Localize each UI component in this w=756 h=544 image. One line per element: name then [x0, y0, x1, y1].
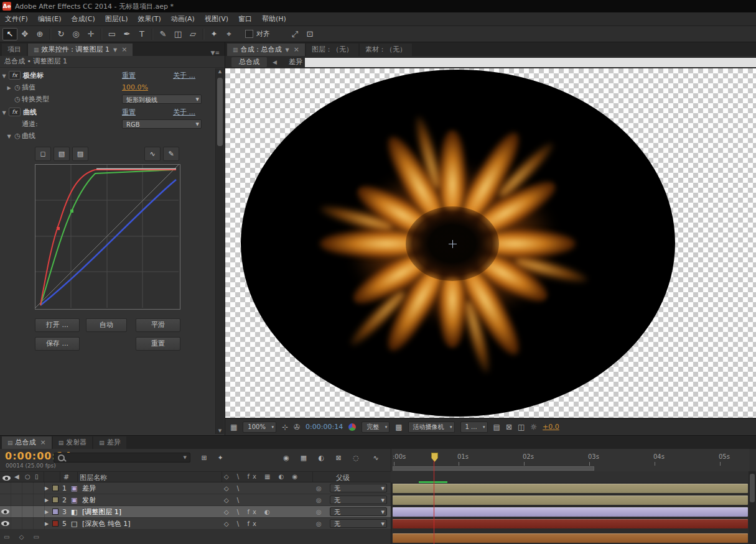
- magnification-dropdown[interactable]: 100%: [243, 422, 276, 433]
- current-time-indicator-line[interactable]: [434, 461, 434, 544]
- scroll-down-icon[interactable]: ▼: [216, 428, 224, 433]
- eye-icon[interactable]: [1, 509, 9, 514]
- lock-toggle[interactable]: [34, 518, 45, 529]
- scrollbar-thumb[interactable]: [217, 78, 223, 146]
- layer-name[interactable]: 差异: [82, 482, 96, 494]
- stopwatch-icon[interactable]: ◷: [13, 130, 22, 142]
- snapshot-icon[interactable]: ✇: [294, 423, 300, 431]
- menu-item-animation[interactable]: 动画(A): [166, 14, 200, 24]
- video-toggle[interactable]: [0, 494, 11, 505]
- transparency-grid-icon[interactable]: ▩: [395, 423, 402, 431]
- auto-button[interactable]: 自动: [86, 318, 127, 332]
- hide-shy-icon[interactable]: ◉: [280, 453, 292, 463]
- twirl-right-icon[interactable]: ▶: [45, 518, 49, 530]
- menu-item-help[interactable]: 帮助(H): [257, 14, 291, 24]
- time-ruler[interactable]: :00s 01s 02s 03s 04s 05s: [391, 449, 749, 471]
- eraser-tool-icon[interactable]: ▱: [185, 28, 200, 40]
- conversion-type-dropdown[interactable]: 矩形到极线▼: [122, 95, 202, 104]
- tab-effect-controls[interactable]: ▥效果控件：调整图层 1▼×: [28, 44, 133, 56]
- flowchart-icon[interactable]: ⊠: [506, 423, 512, 431]
- menu-item-view[interactable]: 视图(V): [200, 14, 233, 24]
- pen-tool-icon[interactable]: ✒: [119, 28, 134, 40]
- hand-tool-icon[interactable]: ✥: [17, 28, 32, 40]
- parent-pickwhip-icon[interactable]: ◎: [316, 506, 322, 518]
- fx-badge-icon[interactable]: fx: [9, 71, 21, 80]
- menu-item-file[interactable]: 文件(F): [0, 14, 33, 24]
- open-button[interactable]: 打开 ...: [35, 318, 80, 332]
- video-toggle[interactable]: [0, 482, 11, 494]
- roto-brush-tool-icon[interactable]: ✦: [207, 28, 222, 40]
- solo-toggle[interactable]: [22, 518, 34, 529]
- tab-composition[interactable]: ▥合成：总合成▼×: [227, 44, 305, 56]
- parent-pickwhip-icon[interactable]: ◎: [316, 518, 322, 530]
- twirl-right-icon[interactable]: ▶: [5, 82, 13, 94]
- pixel-aspect-icon[interactable]: ◫: [518, 423, 525, 431]
- audio-toggle[interactable]: [11, 482, 22, 494]
- video-toggle[interactable]: [0, 518, 11, 529]
- draft-3d-icon[interactable]: ✦: [214, 453, 226, 463]
- menu-item-effect[interactable]: 效果(T): [133, 14, 166, 24]
- parent-pickwhip-icon[interactable]: ◎: [316, 494, 322, 506]
- curves-editor[interactable]: [35, 164, 180, 310]
- layer-bar-3[interactable]: [393, 507, 748, 517]
- twirl-right-icon[interactable]: ▶: [45, 482, 49, 494]
- timeline-tab-difference[interactable]: ▤差异: [93, 436, 126, 449]
- lock-toggle[interactable]: [34, 506, 45, 517]
- menu-item-window[interactable]: 窗口: [233, 14, 257, 24]
- live-update-icon[interactable]: ◌: [350, 453, 362, 463]
- parent-pickwhip-icon[interactable]: ◎: [316, 482, 322, 494]
- timeline-scrollbar[interactable]: [749, 471, 756, 544]
- label-color-swatch[interactable]: [52, 497, 58, 503]
- show-channel-icon[interactable]: [348, 423, 356, 431]
- layer-bar-1[interactable]: [393, 484, 748, 493]
- menu-item-edit[interactable]: 编辑(E): [33, 14, 67, 24]
- twirl-right-icon[interactable]: ▶: [45, 506, 49, 518]
- audio-toggle[interactable]: [11, 518, 22, 529]
- smooth-button[interactable]: 平滑: [136, 318, 180, 332]
- unified-camera-tool-icon[interactable]: ◎: [68, 28, 83, 40]
- brush-tool-icon[interactable]: ✎: [156, 28, 170, 40]
- layer-switches[interactable]: ◇ \: [224, 482, 242, 494]
- brainstorm-icon[interactable]: ⊠: [332, 453, 345, 463]
- scrollbar-thumb[interactable]: [750, 474, 755, 502]
- graph-editor-icon[interactable]: ∿: [370, 453, 382, 463]
- reset-link[interactable]: 重置: [122, 106, 136, 118]
- layer-switches[interactable]: ◇ \ fx ◐: [224, 506, 273, 518]
- channel-dropdown[interactable]: RGB▼: [122, 119, 202, 129]
- timeline-tab-main-comp[interactable]: ▤总合成×: [2, 436, 52, 449]
- layer-bar-partial[interactable]: [393, 533, 748, 543]
- parent-dropdown[interactable]: 无▼: [330, 507, 387, 516]
- current-time-indicator-head[interactable]: [431, 453, 438, 462]
- parent-dropdown[interactable]: 无▼: [330, 484, 387, 492]
- effect-name[interactable]: 极坐标: [23, 71, 44, 80]
- fx-badge-icon[interactable]: fx: [9, 108, 21, 116]
- twirl-down-icon[interactable]: ▼: [5, 131, 13, 142]
- timeline-zoom-toggles[interactable]: ▭ ◇ ▭: [4, 533, 43, 540]
- lock-toggle[interactable]: [34, 494, 45, 505]
- timeline-tab-emitter[interactable]: ▤发射器: [53, 436, 93, 449]
- zoom-tool-icon[interactable]: ⊕: [32, 28, 47, 40]
- layer-row-5[interactable]: ▶ 5 □ [深灰色 纯色 1] ◇ \ fx ◎ 无▼: [0, 518, 391, 530]
- layer-bar-5[interactable]: [393, 519, 748, 528]
- chevron-down-icon[interactable]: ▼: [184, 455, 190, 460]
- clone-stamp-tool-icon[interactable]: ◫: [170, 28, 185, 40]
- reset-button[interactable]: 重置: [136, 337, 180, 351]
- search-workspace-icon[interactable]: ⊡: [302, 28, 317, 40]
- selection-tool-icon[interactable]: ↖: [2, 28, 17, 40]
- reset-link[interactable]: 重置: [122, 70, 136, 81]
- solo-toggle[interactable]: [22, 506, 34, 517]
- layer-row-3-selected[interactable]: ▶ 3 ◧ [调整图层 1] ◇ \ fx ◐ ◎ 无▼: [0, 506, 391, 518]
- menu-item-layer[interactable]: 图层(L): [100, 14, 133, 24]
- audio-toggle[interactable]: [11, 506, 22, 517]
- close-icon[interactable]: ×: [40, 438, 46, 446]
- exposure-icon[interactable]: ☼: [530, 423, 537, 431]
- roi-icon[interactable]: ⊹: [282, 423, 288, 431]
- work-area-bar[interactable]: [393, 466, 594, 471]
- column-switches-icons[interactable]: ◇ \ fx ▦ ◐ ◉: [224, 473, 301, 480]
- label-color-swatch[interactable]: [52, 520, 58, 527]
- puppet-pin-tool-icon[interactable]: ⌖: [222, 28, 236, 40]
- viewer-timecode[interactable]: 0:00:00:14: [306, 423, 343, 431]
- chevron-down-icon[interactable]: ▼: [286, 47, 289, 53]
- curve-box-tool-icon[interactable]: ◻: [35, 147, 51, 161]
- stopwatch-icon[interactable]: ◷: [13, 81, 22, 93]
